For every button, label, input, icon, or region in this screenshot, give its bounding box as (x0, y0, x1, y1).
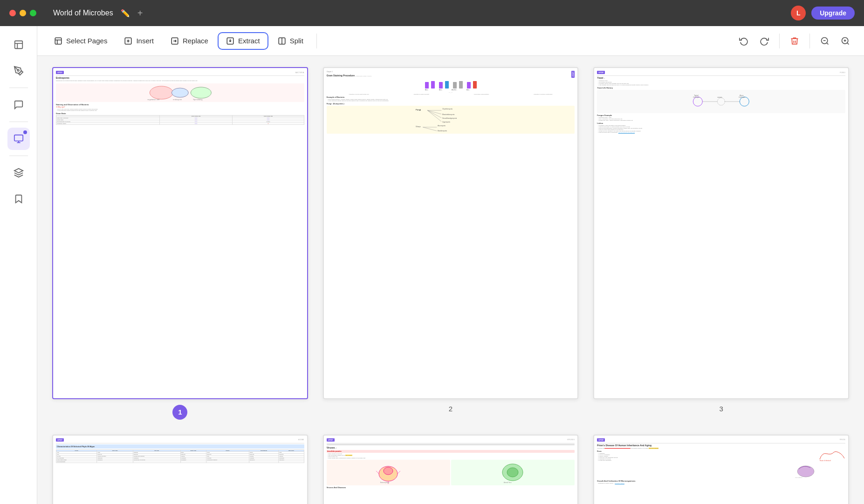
select-pages-button[interactable]: Select Pages (47, 33, 115, 49)
svg-point-59 (718, 98, 725, 105)
pages-grid: UPDF BACTERIA Endospores Endospores are … (52, 67, 849, 504)
titlebar-right: L Upgrade (791, 6, 855, 20)
sidebar-item-comment[interactable] (7, 94, 30, 116)
zoom-in-button[interactable] (836, 32, 855, 50)
split-label: Split (290, 37, 303, 45)
extract-button[interactable]: Extract (218, 32, 268, 50)
pages-container[interactable]: UPDF BACTERIA Endospores Endospores are … (37, 56, 864, 504)
svg-line-47 (427, 110, 441, 118)
svg-line-54 (423, 127, 437, 131)
page-thumb-1[interactable]: UPDF BACTERIA Endospores Endospores are … (52, 67, 308, 399)
page-thumb-3[interactable]: UPDF FUNGI Yeast ✓ • Unicellular Fungi •… (593, 67, 849, 399)
svg-rect-36 (453, 82, 457, 89)
svg-point-26 (191, 87, 211, 98)
sidebar-item-pen[interactable] (7, 60, 30, 82)
svg-line-45 (427, 110, 441, 114)
toolbar-divider (316, 34, 317, 48)
page-item-4: UPDF ALGAE Characteristics Of Selected P… (52, 435, 308, 504)
page-number-3: 3 (719, 405, 723, 413)
new-tab-button[interactable]: + (137, 8, 143, 19)
edit-title-icon[interactable]: ✏️ (121, 9, 130, 18)
svg-rect-37 (459, 81, 463, 89)
svg-text:Sporulating: Sporulating (193, 98, 202, 101)
svg-text:Bacteriophage: Bacteriophage (380, 482, 390, 484)
svg-text:Cell Cycle: Cell Cycle (739, 96, 746, 98)
svg-line-18 (827, 42, 829, 44)
svg-rect-39 (467, 82, 471, 89)
svg-text:meiosis: meiosis (718, 96, 723, 98)
page-thumb-2[interactable]: Chapter 1 UPDF Gram Staining Procedure C… (323, 67, 579, 399)
svg-text:App...: App... (425, 89, 429, 90)
delete-button[interactable] (785, 32, 804, 50)
svg-line-68 (376, 471, 379, 474)
svg-text:Alcohol...: Alcohol... (452, 89, 458, 90)
rotate-right-button[interactable] (755, 32, 774, 50)
app-title: World of Microbes (53, 9, 113, 17)
svg-text:Prion diagram: Prion diagram (795, 477, 802, 478)
svg-point-73 (507, 468, 518, 477)
page-item-3: UPDF FUNGI Yeast ✓ • Unicellular Fungi •… (593, 67, 849, 420)
svg-line-49 (427, 110, 441, 122)
main-layout: Select Pages Insert Replace (0, 26, 864, 504)
sidebar-divider-1 (9, 88, 28, 88)
sidebar-active-dot (23, 130, 27, 134)
svg-point-61 (740, 97, 749, 106)
insert-button[interactable]: Insert (117, 33, 161, 49)
svg-text:vegetative cell: vegetative cell (147, 98, 159, 101)
svg-rect-8 (55, 38, 62, 44)
sidebar-divider-2 (9, 122, 28, 122)
traffic-lights (9, 10, 36, 16)
minimize-button[interactable] (20, 10, 26, 16)
maximize-button[interactable] (30, 10, 36, 16)
svg-point-67 (384, 467, 393, 475)
page-thumb-6[interactable]: UPDF PRION Prion's Disease Of Human Inhe… (593, 435, 849, 504)
svg-rect-31 (431, 81, 435, 89)
page-number-2: 2 (449, 405, 453, 413)
page-item-2: Chapter 1 UPDF Gram Staining Procedure C… (323, 67, 579, 420)
svg-point-56 (693, 97, 703, 106)
close-button[interactable] (9, 10, 16, 16)
sidebar-item-layers[interactable] (7, 162, 30, 184)
avatar: L (791, 6, 806, 20)
rotate-left-button[interactable] (734, 32, 753, 50)
insert-label: Insert (136, 37, 154, 45)
svg-rect-33 (439, 82, 443, 89)
svg-text:App...: App... (439, 89, 443, 90)
select-pages-label: Select Pages (66, 37, 107, 45)
sidebar-item-pages[interactable] (7, 128, 30, 150)
toolbar: Select Pages Insert Replace (37, 26, 864, 56)
svg-rect-30 (425, 82, 429, 89)
toolbar-divider-3 (809, 34, 810, 48)
split-button[interactable]: Split (270, 33, 311, 49)
replace-label: Replace (183, 37, 208, 45)
svg-point-76 (797, 466, 814, 477)
sidebar-item-bookmark[interactable] (7, 188, 30, 210)
svg-line-21 (847, 42, 849, 44)
page-item-1: UPDF BACTERIA Endospores Endospores are … (52, 67, 308, 420)
toolbar-right (734, 32, 855, 50)
upgrade-button[interactable]: Upgrade (811, 7, 855, 20)
svg-text:Animal Virus: Animal Virus (504, 482, 512, 484)
replace-button[interactable]: Replace (163, 33, 216, 49)
svg-point-25 (171, 88, 188, 97)
svg-point-3 (17, 69, 19, 71)
left-sidebar (0, 26, 37, 504)
sidebar-item-book[interactable] (7, 34, 30, 56)
page-thumb-4[interactable]: UPDF ALGAE Characteristics Of Selected P… (52, 435, 308, 504)
svg-text:Chytridiomycota: Chytridiomycota (442, 108, 453, 110)
svg-rect-0 (14, 41, 22, 49)
svg-text:Zygomycota: Zygomycota (442, 121, 450, 123)
svg-text:Blastocladiomycota: Blastocladiomycota (442, 114, 454, 116)
page-thumb-5[interactable]: UPDF VIRUSES Viruses ✓ Intracellular par… (323, 435, 579, 504)
toolbar-divider-2 (779, 34, 780, 48)
svg-rect-4 (14, 135, 22, 141)
svg-text:App...: App... (466, 89, 470, 90)
svg-text:Fungi: Fungi (416, 109, 421, 111)
zoom-out-button[interactable] (816, 32, 834, 50)
page-item-6: UPDF PRION Prion's Disease Of Human Inhe… (593, 435, 849, 504)
page-number-badge-1: 1 (172, 405, 187, 420)
svg-line-69 (398, 471, 400, 474)
svg-point-24 (150, 86, 173, 99)
sidebar-divider-3 (9, 156, 28, 156)
svg-text:endospore: endospore (173, 98, 182, 101)
